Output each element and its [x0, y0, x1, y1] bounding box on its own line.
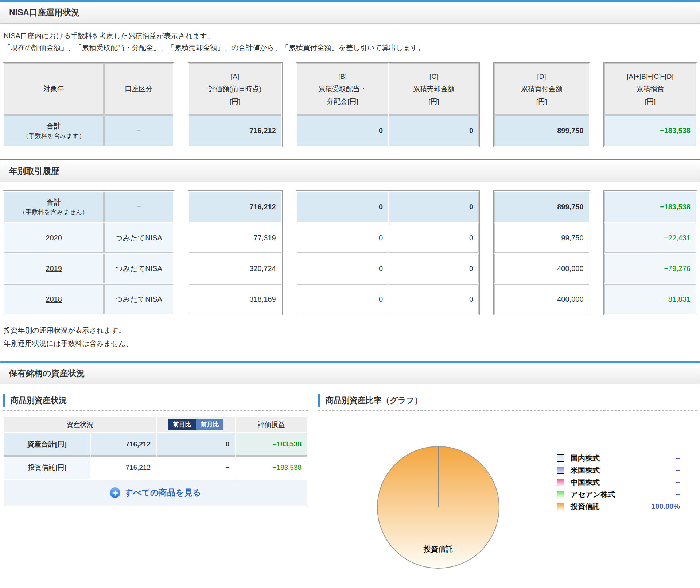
legend-item-us: 米国株式 −: [557, 464, 680, 476]
yearly-total-sales: 0: [389, 192, 479, 222]
asset-status-panel: 商品別資産状況 資産状況 前日比 前月比 評価損益 資産合計[円] 716,21…: [3, 393, 308, 582]
col-header-account-type: 口座区分: [104, 63, 173, 115]
plus-icon: ＋: [110, 487, 120, 498]
summary-total-account-type: −: [104, 115, 173, 146]
note-line1: 投資年別の運用状況が表示されます。: [4, 325, 696, 336]
yearly-group-pl: −183,538 −22,431 −79,276 −81,831: [603, 190, 697, 315]
yearly-history-title: 年別取引履歴: [9, 166, 59, 177]
dividends-cell: 0: [297, 223, 388, 253]
asset-footer-row: ＋ すべての商品を見る: [4, 480, 307, 506]
legend-swatch-china: [557, 479, 564, 486]
yearly-total-account-type: −: [104, 192, 173, 222]
asset-total-row: 資産合計[円] 716,212 0 −183,538: [4, 433, 307, 456]
asset-status-table: 資産状況 前日比 前月比 評価損益 資産合計[円] 716,212 0 −183…: [3, 416, 308, 507]
col-header-profit-loss: [A]+[B]+[C]−[D] 累積損益 [円]: [604, 63, 696, 115]
year-link-2018[interactable]: 2018: [46, 295, 62, 303]
valuation-cell: 318,169: [189, 284, 281, 314]
year-link-2019[interactable]: 2019: [46, 264, 62, 272]
account-status-description: NISA口座内における手数料を考慮した累積損益が表示されます。 「現在の評価金額…: [4, 30, 696, 53]
legend-swatch-asean: [557, 491, 564, 498]
asset-total-change: 0: [157, 433, 235, 456]
account-type-cell: つみたてNISA: [104, 284, 173, 314]
profit-loss-cell: −22,431: [604, 223, 696, 253]
asset-ratio-panel: 商品別資産比率（グラフ） 投資信託 国内株式 − 米国株式 −: [318, 393, 697, 582]
year-cell: 2019: [4, 254, 104, 283]
view-all-products-link[interactable]: ＋ すべての商品を見る: [110, 487, 201, 498]
pie-slice-boundary: [438, 447, 439, 507]
yearly-total-dividends: 0: [297, 192, 388, 222]
section-header-holdings: 保有銘柄の資産状況: [0, 361, 700, 384]
view-all-products-label: すべての商品を見る: [124, 487, 201, 498]
yearly-total-purchases: 899,750: [494, 192, 589, 222]
profit-loss-cell: −79,276: [604, 254, 696, 283]
summary-group-year-type: 対象年 口座区分 合計 （手数料を含みます） −: [3, 62, 174, 147]
asset-header-status: 資産状況: [4, 417, 156, 432]
yearly-group-bc: 0 0 0 0 0 0 0 0: [296, 190, 480, 315]
yearly-table: 合計 （手数料を含みません） − 2020 つみたてNISA 2019 つみたて…: [3, 190, 697, 315]
description-line1: NISA口座内における手数料を考慮した累積損益が表示されます。: [4, 30, 696, 41]
asset-fund-change: −: [157, 456, 235, 479]
yearly-total-label: 合計 （手数料を含みません）: [4, 192, 104, 222]
yearly-group-a: 716,212 77,319 320,724 318,169: [188, 190, 283, 315]
summary-table: 対象年 口座区分 合計 （手数料を含みます） − [A] 評価額(前日時点) […: [3, 62, 697, 147]
yearly-notes: 投資年別の運用状況が表示されます。 年別運用状況には手数料は含みません。: [4, 325, 696, 349]
legend-swatch-us: [557, 467, 564, 474]
asset-fund-row: 投資信託[円] 716,212 − −183,538: [4, 456, 307, 479]
asset-fund-label: 投資信託[円]: [4, 456, 90, 479]
account-type-cell: つみたてNISA: [104, 254, 173, 283]
compare-toggle: 前日比 前月比: [168, 419, 223, 430]
asset-fund-value: 716,212: [91, 456, 156, 479]
yearly-total-profit-loss: −183,538: [604, 192, 696, 222]
col-header-sales: [C] 累積売却金額 [円]: [389, 63, 479, 115]
summary-total-row: 合計 （手数料を含みます） −: [4, 115, 173, 146]
legend-item-china: 中国株式 −: [557, 476, 680, 488]
prev-month-button[interactable]: 前月比: [196, 419, 224, 430]
pie-chart-area: 投資信託 国内株式 − 米国株式 − 中国株式 −: [318, 411, 697, 582]
year-cell: 2020: [4, 223, 104, 253]
asset-fund-pl: −183,538: [236, 456, 307, 479]
description-line2: 「現在の評価金額」、「累積受取配当・分配金」、「累積売却金額」、の合計値から、「…: [4, 42, 696, 53]
summary-group-pl: [A]+[B]+[C]−[D] 累積損益 [円] −183,538: [603, 62, 697, 147]
col-header-valuation: [A] 評価額(前日時点) [円]: [189, 63, 281, 115]
table-row-2018: 2018 つみたてNISA: [4, 284, 173, 314]
subtitle-bar: [3, 394, 5, 407]
year-link-2020[interactable]: 2020: [46, 234, 62, 242]
summary-total-dividends: 0: [297, 115, 388, 146]
summary-total-label: 合計 （手数料を含みます）: [4, 115, 104, 146]
section-header-account-status: NISA口座運用状況: [0, 0, 700, 24]
table-row-2019: 2019 つみたてNISA: [4, 254, 173, 283]
asset-ratio-subtitle: 商品別資産比率（グラフ）: [318, 393, 697, 408]
yearly-total-valuation: 716,212: [189, 192, 281, 222]
page-title: NISA口座運用状況: [9, 7, 79, 18]
profit-loss-cell: −81,831: [604, 284, 696, 314]
account-type-cell: つみたてNISA: [104, 223, 173, 253]
prev-day-button[interactable]: 前日比: [168, 419, 196, 430]
asset-header-change: 前日比 前月比: [157, 417, 235, 432]
legend-swatch-domestic: [557, 454, 564, 462]
pie-slice-label: 投資信託: [424, 544, 453, 554]
holdings-columns: 商品別資産状況 資産状況 前日比 前月比 評価損益 資産合計[円] 716,21…: [3, 393, 697, 582]
sales-cell: 0: [389, 223, 479, 253]
section-header-yearly-history: 年別取引履歴: [0, 159, 700, 182]
purchases-cell: 400,000: [494, 284, 589, 314]
sales-cell: 0: [389, 284, 479, 314]
yearly-group-year-type: 合計 （手数料を含みません） − 2020 つみたてNISA 2019 つみたて…: [3, 190, 174, 315]
summary-total-purchases: 899,750: [494, 115, 589, 146]
sales-cell: 0: [389, 254, 479, 283]
asset-status-subtitle: 商品別資産状況: [3, 393, 308, 408]
valuation-cell: 320,724: [189, 254, 281, 283]
legend-item-domestic: 国内株式 −: [557, 452, 680, 464]
table-row-2020: 2020 つみたてNISA: [4, 223, 173, 253]
valuation-cell: 77,319: [189, 223, 281, 253]
summary-total-valuation: 716,212: [189, 115, 281, 146]
asset-total-label: 資産合計[円]: [4, 433, 90, 456]
yearly-total-row: 合計 （手数料を含みません） −: [4, 192, 173, 222]
asset-header-pl: 評価損益: [236, 417, 307, 432]
dividends-cell: 0: [297, 254, 388, 283]
legend-item-asean: アセアン株式 −: [557, 488, 680, 500]
asset-footer-cell: ＋ すべての商品を見る: [4, 480, 307, 506]
legend-item-fund: 投資信託 100.00%: [557, 500, 680, 512]
purchases-cell: 400,000: [494, 254, 589, 283]
summary-group-bc: [B] 累積受取配当・ 分配金[円] [C] 累積売却金額 [円] 0 0: [296, 62, 480, 147]
col-header-purchases: [D] 累積買付金額 [円]: [494, 63, 589, 115]
